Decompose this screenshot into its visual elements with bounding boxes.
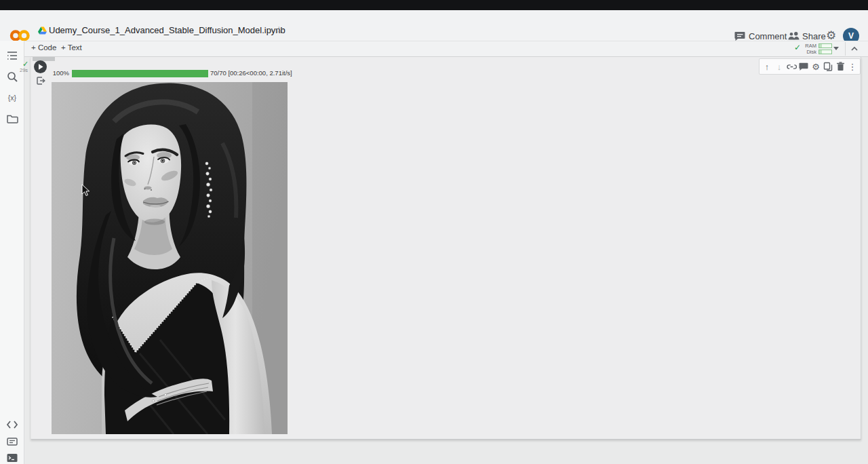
move-cell-up-icon[interactable]: ↑ [761, 60, 773, 73]
add-text-button[interactable]: + Text [61, 43, 82, 52]
delete-cell-icon[interactable] [834, 60, 846, 73]
collapse-header-chevron-icon[interactable] [850, 44, 859, 54]
add-comment-icon[interactable] [797, 60, 810, 73]
left-sidebar [0, 41, 24, 464]
copy-link-icon[interactable] [785, 60, 797, 73]
ram-label[interactable]: RAM [803, 43, 816, 49]
cell-output-icon[interactable] [36, 76, 45, 85]
files-folder-icon[interactable] [6, 113, 18, 125]
more-actions-icon[interactable]: ⋮ [846, 60, 859, 73]
resources-dropdown-caret-icon[interactable] [833, 47, 839, 50]
table-of-contents-icon[interactable] [6, 50, 18, 62]
notebook-toolbar [24, 41, 868, 57]
cell-execution-time: 29s [20, 67, 28, 73]
comment-button[interactable]: Comment [749, 31, 787, 41]
progress-status-text: 70/70 [00:26<00:00, 2.71it/s] [210, 69, 292, 77]
window-top-bar [0, 0, 868, 10]
add-code-button[interactable]: + Code [31, 43, 56, 52]
disk-label[interactable]: Disk [803, 49, 816, 55]
command-palette-icon[interactable] [6, 436, 18, 448]
mouse-cursor [81, 184, 90, 197]
star-icon[interactable]: ☆ [275, 24, 283, 35]
share-icon[interactable] [788, 32, 800, 41]
run-cell-button[interactable] [34, 60, 47, 73]
colab-app: Udemy_Course_1_Advanced_Stable_Diffusion… [0, 0, 868, 464]
play-icon [34, 60, 47, 73]
variables-icon[interactable]: {x} [6, 92, 18, 104]
cell-toolbar: ↑ ↓ ⚙ ⋮ [759, 58, 861, 75]
output-image-portrait [52, 82, 288, 434]
terminal-icon[interactable] [6, 452, 18, 464]
drive-file-icon [38, 26, 47, 35]
progress-percent: 100% [50, 69, 69, 77]
code-snippets-icon[interactable] [6, 419, 18, 431]
toolbar-divider [845, 42, 846, 56]
ram-usage-meter[interactable] [818, 43, 832, 48]
runtime-connected-check-icon[interactable]: ✓ [794, 43, 801, 52]
progress-bar-fill [72, 70, 208, 77]
disk-usage-meter[interactable] [818, 50, 832, 54]
progress-bar [72, 70, 208, 77]
move-cell-down-icon[interactable]: ↓ [773, 60, 785, 73]
editor-settings-icon[interactable]: ⚙ [810, 60, 822, 73]
notebook-header: Udemy_Course_1_Advanced_Stable_Diffusion… [0, 10, 868, 41]
notebook-title[interactable]: Udemy_Course_1_Advanced_Stable_Diffusion… [49, 25, 285, 35]
share-button[interactable]: Share [802, 31, 826, 41]
mirror-cell-icon[interactable] [822, 60, 834, 73]
search-icon[interactable] [6, 71, 18, 83]
comment-icon[interactable] [734, 31, 745, 41]
